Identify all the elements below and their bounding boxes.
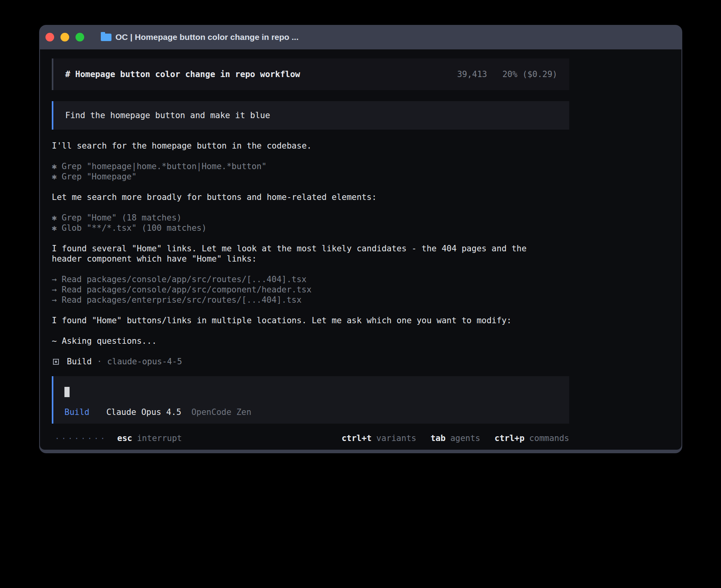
shortcut-label: commands <box>529 433 569 443</box>
esc-key-hint: esc <box>117 433 132 443</box>
input-meta: Build Claude Opus 4.5 OpenCode Zen <box>64 407 558 417</box>
session-title: # Homepage button color change in repo w… <box>65 70 300 79</box>
read-tool-icon: → <box>52 285 57 295</box>
mode-badge[interactable]: Build <box>64 407 89 417</box>
status-message: ~ Asking questions... <box>52 336 557 346</box>
tool-call: ✱Grep "Homepage" <box>52 172 569 182</box>
grep-tool-icon: ✱ <box>52 213 57 223</box>
agent-model: claude-opus-4-5 <box>107 356 182 367</box>
shortcut-agents: tabagents <box>430 433 480 443</box>
read-tool-icon: → <box>52 274 57 285</box>
shortcut-key: tab <box>430 433 445 443</box>
tool-call-group: ✱Grep "homepage|home.*button|Home.*butto… <box>52 161 569 182</box>
provider-label: OpenCode Zen <box>191 407 251 417</box>
session-stats: 39,413 20% ($0.29) <box>457 70 557 79</box>
shortcut-key: ctrl+p <box>495 433 525 443</box>
token-count: 39,413 <box>457 70 487 79</box>
status-bar: ········ esc interrupt ctrl+tvariants ta… <box>52 433 569 443</box>
tool-label: Read packages/enterprise/src/routes/[...… <box>62 295 302 305</box>
terminal-content: # Homepage button color change in repo w… <box>40 49 681 450</box>
agent-name: Build <box>67 356 92 367</box>
tool-label: Grep "Homepage" <box>62 172 137 181</box>
minimize-button[interactable] <box>60 33 69 41</box>
tool-call: →Read packages/enterprise/src/routes/[..… <box>52 295 569 305</box>
user-message: Find the homepage button and make it blu… <box>52 101 569 130</box>
tool-label: Grep "Home" (18 matches) <box>62 213 181 222</box>
user-message-text: Find the homepage button and make it blu… <box>65 111 270 120</box>
assistant-message: I'll search for the homepage button in t… <box>52 141 557 151</box>
close-button[interactable] <box>45 33 54 41</box>
read-tool-icon: → <box>52 295 57 305</box>
shortcut-key: ctrl+t <box>342 433 372 443</box>
tool-call: ✱Glob "**/*.tsx" (100 matches) <box>52 223 569 233</box>
esc-key-label: interrupt <box>137 433 182 443</box>
tool-call: ✱Grep "Home" (18 matches) <box>52 213 569 223</box>
tool-label: Glob "**/*.tsx" (100 matches) <box>62 223 207 233</box>
assistant-message: I found "Home" buttons/links in multiple… <box>52 315 557 326</box>
agent-icon <box>53 359 59 365</box>
tool-call: ✱Grep "homepage|home.*button|Home.*butto… <box>52 161 569 172</box>
shortcut-label: agents <box>450 433 480 443</box>
spinner-dots: ········ <box>55 433 107 443</box>
text-cursor <box>64 387 70 397</box>
assistant-message: I found several "Home" links. Let me loo… <box>52 243 557 264</box>
separator-dot: · <box>97 356 102 367</box>
tool-call: →Read packages/console/app/src/component… <box>52 285 569 295</box>
window-title: OC | Homepage button color change in rep… <box>115 32 298 42</box>
agent-status-row: Build · claude-opus-4-5 <box>52 356 569 367</box>
context-cost: 20% ($0.29) <box>502 70 557 79</box>
zoom-button[interactable] <box>75 33 84 41</box>
tool-label: Read packages/console/app/src/routes/[..… <box>62 275 307 284</box>
tool-call-group: ✱Grep "Home" (18 matches) ✱Glob "**/*.ts… <box>52 213 569 233</box>
shortcut-hints: ctrl+tvariants tabagents ctrl+pcommands <box>327 433 569 443</box>
shortcut-variants: ctrl+tvariants <box>342 433 416 443</box>
session-header: # Homepage button color change in repo w… <box>52 58 569 90</box>
titlebar[interactable]: OC | Homepage button color change in rep… <box>40 25 681 49</box>
grep-tool-icon: ✱ <box>52 172 57 182</box>
tool-call-group: →Read packages/console/app/src/routes/[.… <box>52 274 569 305</box>
prompt-input[interactable]: Build Claude Opus 4.5 OpenCode Zen <box>52 376 569 424</box>
tool-label: Grep "homepage|home.*button|Home.*button… <box>62 162 266 171</box>
shortcut-label: variants <box>376 433 416 443</box>
model-label: Claude Opus 4.5 <box>106 407 181 417</box>
tool-label: Read packages/console/app/src/component/… <box>62 285 311 294</box>
folder-icon <box>101 34 111 41</box>
glob-tool-icon: ✱ <box>52 223 57 233</box>
assistant-message: Let me search more broadly for buttons a… <box>52 192 557 202</box>
tool-call: →Read packages/console/app/src/routes/[.… <box>52 274 569 285</box>
terminal-window: OC | Homepage button color change in rep… <box>39 25 682 453</box>
shortcut-commands: ctrl+pcommands <box>495 433 569 443</box>
grep-tool-icon: ✱ <box>52 161 57 172</box>
